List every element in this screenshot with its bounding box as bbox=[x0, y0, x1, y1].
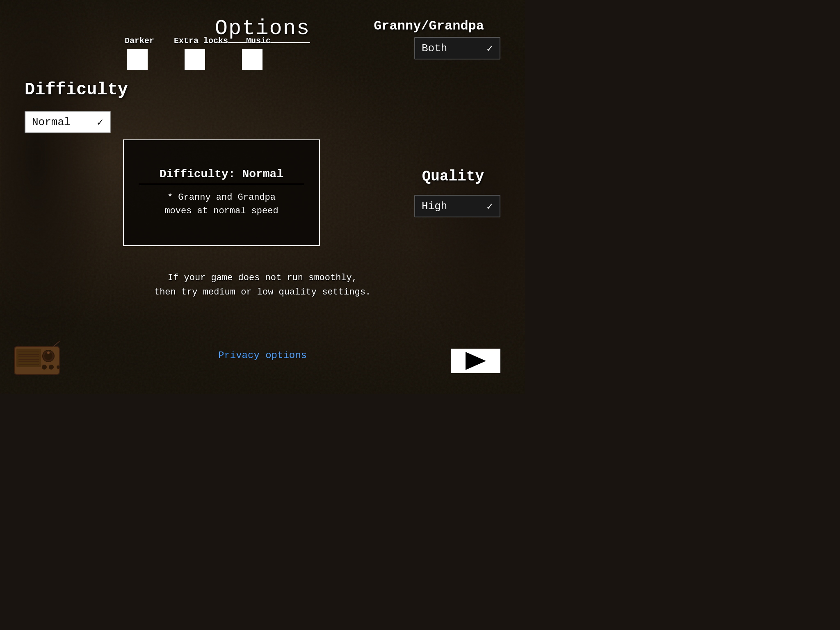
extra-locks-label: Extra locks bbox=[172, 36, 230, 46]
difficulty-value: Normal bbox=[32, 116, 71, 128]
radio-icon bbox=[12, 340, 62, 377]
extra-locks-checkbox[interactable] bbox=[185, 49, 205, 70]
checkboxes-row bbox=[127, 49, 262, 70]
granny-grandpa-label: Granny/Grandpa bbox=[374, 18, 484, 34]
music-checkbox[interactable] bbox=[242, 49, 262, 70]
difficulty-label: Difficulty bbox=[25, 80, 128, 100]
difficulty-checkmark: ✓ bbox=[97, 116, 103, 129]
darker-label: Darker bbox=[119, 36, 160, 46]
darker-checkbox[interactable] bbox=[127, 49, 148, 70]
granny-grandpa-checkmark: ✓ bbox=[486, 42, 493, 55]
quality-value: High bbox=[422, 200, 447, 212]
quality-label: Quality bbox=[422, 168, 484, 185]
svg-point-10 bbox=[47, 352, 50, 354]
granny-grandpa-value: Both bbox=[422, 42, 447, 55]
quality-checkmark: ✓ bbox=[486, 200, 493, 213]
difficulty-dropdown[interactable]: Normal ✓ bbox=[25, 111, 111, 133]
svg-line-14 bbox=[53, 341, 59, 347]
difficulty-info-box: Difficulty: Normal * Granny and Grandpa … bbox=[123, 139, 320, 246]
footer-text: If your game does not run smoothly, then… bbox=[154, 271, 371, 299]
next-arrow-button[interactable] bbox=[451, 349, 500, 373]
svg-point-12 bbox=[49, 365, 54, 370]
arrow-right-icon bbox=[466, 352, 486, 370]
music-label: Music bbox=[242, 36, 275, 46]
svg-point-13 bbox=[57, 365, 60, 369]
privacy-options-link[interactable]: Privacy options bbox=[218, 350, 307, 361]
difficulty-info-title: Difficulty: Normal bbox=[139, 168, 305, 184]
options-labels-row: Darker Extra locks Music bbox=[119, 36, 275, 46]
quality-dropdown[interactable]: High ✓ bbox=[414, 195, 500, 217]
svg-point-11 bbox=[42, 365, 47, 370]
difficulty-info-text: * Granny and Grandpa moves at normal spe… bbox=[164, 191, 278, 218]
granny-grandpa-dropdown[interactable]: Both ✓ bbox=[414, 37, 500, 59]
